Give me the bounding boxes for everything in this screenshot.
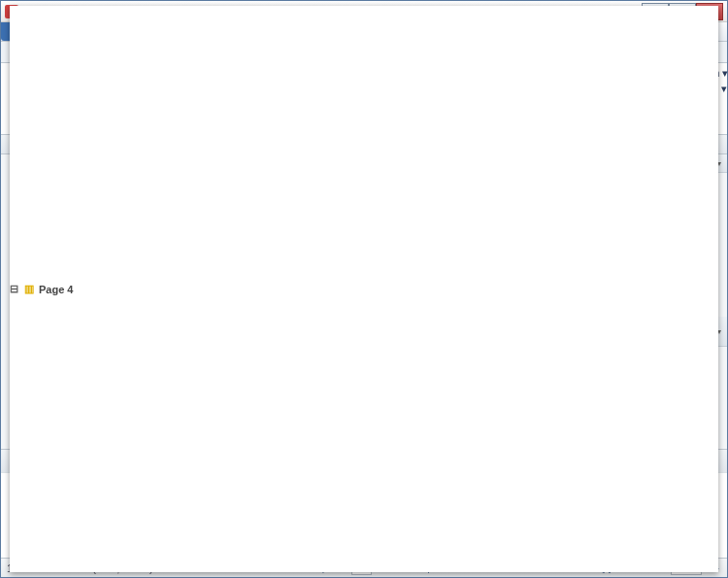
comments-tree: S̶tsan - 6/5/18 10:44:48 AM - Cross out … xyxy=(1,473,229,558)
tree-page[interactable]: ⊟▥Page 4 xyxy=(10,473,229,558)
